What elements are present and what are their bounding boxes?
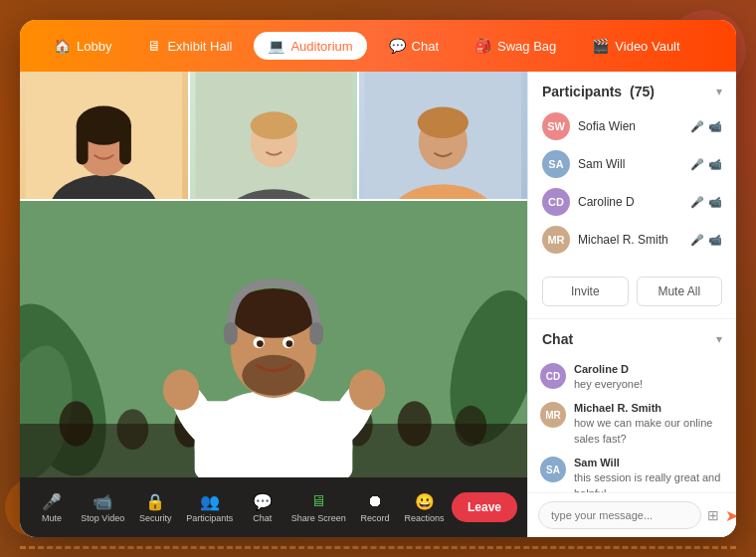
cam-off-icon-2: 📹 [708,196,722,209]
exhibit-icon: 🖥 [147,38,161,54]
main-container: 🏠 Lobby 🖥 Exhibit Hall 💻 Auditorium 💬 Ch… [20,20,736,537]
chat-content-sam: Sam Will this session is really great an… [574,457,724,492]
invite-button[interactable]: Invite [542,277,629,306]
chat-message-3: SA Sam Will this session is really great… [540,457,724,492]
svg-rect-4 [77,120,89,164]
mute-all-button[interactable]: Mute All [637,277,723,306]
chat-sender-sam: Sam Will [574,457,724,468]
video-thumb-3 [359,72,527,199]
nav-item-auditorium[interactable]: 💻 Auditorium [254,32,366,60]
auditorium-icon: 💻 [268,38,284,54]
participant-icons-caroline: 🎤 📹 [690,196,722,209]
mic-on-icon: 🎤 [690,120,704,133]
participants-label: Participants [186,513,233,523]
record-label: Record [361,513,390,523]
chat-control-button[interactable]: 💬 Chat [241,487,284,527]
participant-list: SW Sofia Wien 🎤 📹 SA Sam Will 🎤 � [528,107,736,269]
reactions-button[interactable]: 😀 Reactions [397,487,452,527]
chat-nav-icon: 💬 [389,38,406,54]
participant-row-sofia: SW Sofia Wien 🎤 📹 [538,107,726,145]
right-panel: Participants (75) ▾ SW Sofia Wien 🎤 📹 [527,72,736,537]
nav-item-chat[interactable]: 💬 Chat [375,32,453,60]
avatar-sofia: SW [542,112,570,140]
security-button[interactable]: 🔒 Security [132,487,180,527]
chat-header: Chat ▾ [528,319,736,355]
participant-icons-sofia: 🎤 📹 [690,120,722,133]
cam-off-icon: 📹 [708,158,722,171]
reactions-icon: 😀 [411,491,439,511]
chat-text-michael: how we can make our online sales fast? [574,416,724,447]
svg-rect-37 [309,322,323,345]
cam-on-icon: 📹 [708,120,722,133]
avatar-sam: SA [542,150,570,178]
nav-label-lobby: Lobby [77,39,111,54]
svg-rect-5 [119,120,131,164]
participants-icon: 👥 [196,491,224,511]
chat-ctrl-label: Chat [253,513,272,523]
participant-row-michael: MR Michael R. Smith 🎤 📹 [538,221,726,259]
cam-off-icon-3: 📹 [708,234,722,247]
participant-video-2 [190,72,358,199]
swag-icon: 🎒 [474,38,491,54]
chat-text-sam: this session is really great and helpful… [574,470,724,492]
send-icon[interactable]: ➤ [725,501,736,529]
chat-message-2: MR Michael R. Smith how we can make our … [540,402,724,447]
svg-point-41 [285,340,292,347]
chat-chevron-icon[interactable]: ▾ [716,332,722,346]
chat-section: Chat ▾ CD Caroline D hey everyone! MR [528,319,736,537]
participants-count: (75) [630,84,655,99]
chat-input[interactable] [538,501,701,529]
participant-name-caroline: Caroline D [578,195,682,209]
nav-item-swag[interactable]: 🎒 Swag Bag [461,32,570,60]
svg-rect-36 [224,322,238,345]
chat-sender-michael: Michael R. Smith [574,402,724,414]
participants-header: Participants (75) ▾ [528,72,736,107]
svg-point-14 [418,106,469,138]
share-screen-icon: 🖥 [304,491,332,511]
reactions-label: Reactions [405,513,445,523]
chat-avatar-caroline: CD [540,363,566,389]
content-area: 🎤 Mute 📹 Stop Video 🔒 Security 👥 Partici… [20,72,736,537]
stop-video-button[interactable]: 📹 Stop Video [74,487,132,527]
mic-off-icon: 🎤 [690,158,704,171]
svg-point-43 [349,370,385,411]
record-button[interactable]: ⏺ Record [353,487,397,527]
nav-item-lobby[interactable]: 🏠 Lobby [40,32,125,60]
nav-item-exhibit[interactable]: 🖥 Exhibit Hall [133,32,246,60]
top-navigation: 🏠 Lobby 🖥 Exhibit Hall 💻 Auditorium 💬 Ch… [20,20,736,72]
mute-button[interactable]: 🎤 Mute [30,487,74,527]
participants-title-text: Participants [542,84,622,99]
video-main [20,201,527,477]
chat-icon: 💬 [249,491,277,511]
dashed-border [20,546,736,549]
panel-actions: Invite Mute All [528,269,736,318]
participants-title: Participants (75) [542,84,655,99]
share-screen-button[interactable]: 🖥 Share Screen [284,487,353,527]
nav-label-chat: Chat [412,39,439,54]
attachment-icon[interactable]: ⊞ [707,504,719,526]
chat-avatar-michael: MR [540,402,566,428]
svg-point-34 [242,355,304,396]
chat-sender-caroline: Caroline D [574,363,643,375]
participant-row-caroline: CD Caroline D 🎤 📹 [538,183,726,221]
svg-point-42 [163,370,199,411]
video-grid-top [20,72,527,201]
participant-icons-michael: 🎤 📹 [690,234,722,247]
video-section: 🎤 Mute 📹 Stop Video 🔒 Security 👥 Partici… [20,72,527,537]
stop-video-label: Stop Video [81,513,124,523]
participant-video-1 [20,72,188,199]
security-icon: 🔒 [141,491,169,511]
nav-label-exhibit: Exhibit Hall [167,39,232,54]
record-icon: ⏺ [361,491,389,511]
leave-button[interactable]: Leave [452,492,517,522]
security-label: Security [139,513,172,523]
participant-row-sam: SA Sam Will 🎤 📹 [538,145,726,183]
chat-input-bar: ⊞ ➤ [528,492,736,537]
participants-button[interactable]: 👥 Participants [179,487,241,527]
participants-chevron-icon[interactable]: ▾ [716,85,722,98]
participant-name-michael: Michael R. Smith [578,233,682,247]
chat-avatar-sam: SA [540,457,566,482]
home-icon: 🏠 [54,38,71,54]
avatar-caroline: CD [542,188,570,216]
nav-item-video-vault[interactable]: 🎬 Video Vault [578,32,693,60]
